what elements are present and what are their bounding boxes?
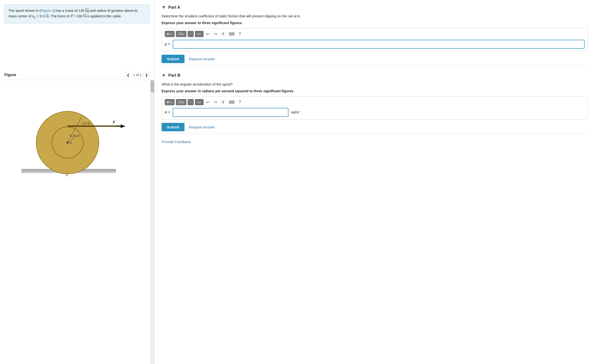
part-b-matrix-btn[interactable]: ■√□	[165, 99, 175, 105]
svg-rect-16	[68, 125, 120, 127]
part-a-question: Determine the smallest coefficient of st…	[162, 14, 588, 19]
spool-diagram: 0.5 m 0.25 m G F A	[14, 87, 135, 196]
part-a-actions: Submit Request Answer	[162, 55, 588, 63]
part-b-toolbar: ■√□ ΑΣφ ↕ vec ↩ ↪ ↺ ⌨ ?	[165, 99, 585, 105]
part-b-submit-button[interactable]: Submit	[162, 123, 184, 131]
svg-text:G: G	[70, 141, 72, 144]
part-a-reset-btn[interactable]: ↺	[220, 31, 226, 37]
scrollbar[interactable]	[150, 80, 154, 364]
right-panel: ▼ Part A Determine the smallest coeffici…	[154, 0, 595, 364]
part-b-collapse-arrow[interactable]: ▼	[162, 73, 166, 78]
part-a-header: ▼ Part A	[162, 5, 588, 10]
part-a-keyboard-btn[interactable]: ⌨	[227, 31, 236, 37]
part-a-submit-button[interactable]: Submit	[162, 55, 184, 63]
svg-text:0.25 m: 0.25 m	[70, 134, 80, 137]
part-b-title: Part B	[168, 73, 180, 78]
part-a-collapse-arrow[interactable]: ▼	[162, 5, 166, 10]
part-a-matrix-btn[interactable]: ■√□	[165, 31, 175, 37]
figure-title: Figure	[4, 73, 16, 77]
part-a-input[interactable]	[173, 40, 585, 49]
part-a-title: Part A	[168, 5, 180, 10]
part-a-undo-btn[interactable]: ↩	[205, 31, 211, 37]
figure-nav: ❮ 1 of 1 ❯	[125, 72, 150, 78]
part-a-input-row: μ =	[165, 40, 585, 49]
problem-text: The spool shown in (Figure 1) has a mass…	[4, 4, 150, 23]
part-a-request-answer-link[interactable]: Request Answer	[189, 57, 215, 61]
figure-link[interactable]: Figure 1	[41, 9, 54, 13]
figure-header: Figure ❮ 1 of 1 ❯	[0, 70, 154, 80]
part-b-input-label: α =	[165, 110, 170, 114]
part-b-question: What is the angular acceleration of the …	[162, 82, 588, 87]
part-b-input[interactable]	[173, 108, 289, 117]
part-b-symbol-btn[interactable]: ΑΣφ	[176, 99, 186, 105]
part-b-section: ▼ Part B What is the angular acceleratio…	[162, 68, 588, 134]
left-panel: The spool shown in (Figure 1) has a mass…	[0, 0, 154, 364]
figure-canvas: 0.5 m 0.25 m G F A	[0, 80, 154, 364]
part-b-actions: Submit Request Answer	[162, 123, 588, 131]
part-b-input-row: α = rad/s²	[165, 108, 585, 117]
part-b-undo-btn[interactable]: ↩	[205, 99, 211, 105]
part-a-updown-btn[interactable]: ↕	[188, 31, 194, 37]
part-a-toolbar: ■√□ ΑΣφ ↕ vec ↩ ↪ ↺ ⌨ ?	[165, 31, 585, 37]
provide-feedback-link[interactable]: Provide Feedback	[162, 140, 191, 144]
part-b-help-btn[interactable]: ?	[237, 99, 242, 105]
part-a-section: ▼ Part A Determine the smallest coeffici…	[162, 0, 588, 66]
part-a-instruction: Express your answer to three significant…	[162, 21, 588, 25]
part-b-redo-btn[interactable]: ↪	[212, 99, 219, 105]
provide-feedback-section: Provide Feedback	[162, 140, 588, 144]
part-b-header: ▼ Part B	[162, 73, 588, 78]
part-a-redo-btn[interactable]: ↪	[212, 31, 219, 37]
part-a-input-label: μ =	[165, 42, 170, 46]
part-b-answer-box: ■√□ ΑΣφ ↕ vec ↩ ↪ ↺ ⌨ ? α = rad/s²	[162, 96, 588, 119]
scrollbar-thumb	[151, 81, 154, 92]
part-b-request-answer-link[interactable]: Request Answer	[189, 125, 215, 129]
part-a-symbol-btn[interactable]: ΑΣφ	[176, 31, 186, 37]
part-b-updown-btn[interactable]: ↕	[188, 99, 194, 105]
figure-next-button[interactable]: ❯	[143, 72, 150, 78]
svg-text:0.5 m: 0.5 m	[83, 122, 91, 125]
part-b-vec-btn[interactable]: vec	[195, 99, 204, 105]
part-b-keyboard-btn[interactable]: ⌨	[227, 99, 236, 105]
svg-text:F: F	[113, 120, 115, 124]
part-a-help-btn[interactable]: ?	[237, 31, 242, 37]
part-b-unit-label: rad/s²	[291, 110, 299, 114]
part-a-vec-btn[interactable]: vec	[195, 31, 204, 37]
part-b-instruction: Express your answer in radians per secon…	[162, 89, 588, 93]
part-b-reset-btn[interactable]: ↺	[220, 99, 226, 105]
svg-text:A: A	[66, 173, 68, 177]
part-a-answer-box: ■√□ ΑΣφ ↕ vec ↩ ↪ ↺ ⌨ ? μ =	[162, 28, 588, 51]
spool-svg: 0.5 m 0.25 m G F A	[14, 87, 130, 193]
figure-page-label: 1 of 1	[133, 73, 142, 77]
figure-prev-button[interactable]: ❮	[125, 72, 132, 78]
